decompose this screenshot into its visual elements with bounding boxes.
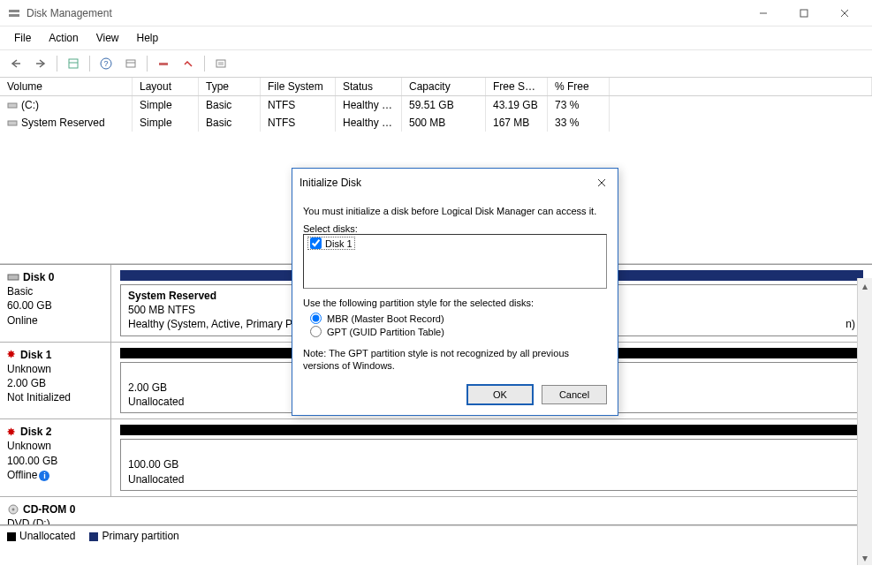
vertical-scrollbar[interactable]: ▴ ▾: [857, 278, 872, 565]
svg-text:?: ?: [103, 59, 108, 68]
titlebar: Disk Management: [0, 0, 872, 26]
svg-rect-1: [9, 14, 19, 17]
back-button[interactable]: [5, 54, 27, 73]
disk-panel[interactable]: ✸Disk 2 Unknown 100.00 GB Offlinei 100.0…: [0, 419, 872, 497]
warning-icon: ✸: [7, 426, 15, 439]
svg-rect-17: [8, 103, 17, 108]
select-disks-label: Select disks:: [303, 223, 607, 234]
mbr-radio-row[interactable]: MBR (Master Boot Record): [303, 312, 607, 325]
toolbar-icon-4[interactable]: [153, 54, 174, 73]
col-pct[interactable]: % Free: [548, 78, 610, 95]
volume-name: System Reserved: [21, 117, 105, 129]
scroll-up-icon[interactable]: ▴: [858, 278, 872, 293]
toolbar: ?: [0, 50, 872, 78]
forward-button[interactable]: [30, 54, 51, 73]
dialog-close-button[interactable]: [593, 174, 610, 192]
disk-checkbox-row[interactable]: Disk 1: [307, 237, 355, 250]
help-icon[interactable]: ?: [95, 54, 117, 73]
ok-button[interactable]: OK: [467, 385, 533, 404]
dialog-message: You must initialize a disk before Logica…: [303, 206, 607, 216]
col-volume[interactable]: Volume: [0, 78, 133, 95]
partition-style-label: Use the following partition style for th…: [303, 298, 607, 308]
warning-icon: ✸: [7, 348, 15, 361]
menu-action[interactable]: Action: [42, 28, 85, 48]
toolbar-icon-5[interactable]: [178, 54, 199, 73]
menu-help[interactable]: Help: [130, 28, 166, 48]
partition-bar-segment[interactable]: [120, 425, 863, 435]
volume-list-header: Volume Layout Type File System Status Ca…: [0, 78, 872, 96]
col-filesystem[interactable]: File System: [261, 78, 336, 95]
dialog-title: Initialize Disk: [300, 177, 593, 189]
svg-rect-19: [8, 275, 19, 280]
dialog-note: Note: The GPT partition style is not rec…: [303, 347, 607, 373]
legend-swatch-primary: [89, 532, 98, 541]
mbr-radio[interactable]: [310, 313, 322, 324]
volume-row[interactable]: System Reserved Simple Basic NTFS Health…: [0, 114, 872, 132]
disk-info: ✸Disk 1 Unknown 2.00 GB Not Initialized: [0, 343, 111, 419]
gpt-radio-row[interactable]: GPT (GUID Partition Table): [303, 325, 607, 338]
disk-info: ✸Disk 2 Unknown 100.00 GB Offlinei: [0, 419, 111, 496]
col-free[interactable]: Free Spa...: [486, 78, 548, 95]
legend: Unallocated Primary partition: [0, 525, 872, 546]
gpt-radio[interactable]: [310, 326, 322, 337]
legend-swatch-unallocated: [7, 532, 16, 541]
info-icon[interactable]: i: [39, 471, 49, 481]
minimize-button[interactable]: [743, 0, 784, 26]
menu-view[interactable]: View: [89, 28, 126, 48]
svg-rect-14: [159, 63, 168, 65]
disk-info: Disk 0 Basic 60.00 GB Online: [0, 265, 111, 342]
maximize-button[interactable]: [784, 0, 824, 26]
col-status[interactable]: Status: [336, 78, 402, 95]
toolbar-view-icon[interactable]: [63, 54, 84, 73]
svg-rect-12: [126, 60, 135, 67]
window-title: Disk Management: [27, 7, 112, 19]
disk-checkbox[interactable]: [310, 237, 322, 249]
volume-name: (C:): [21, 99, 39, 111]
cancel-button[interactable]: Cancel: [542, 385, 607, 404]
menubar: File Action View Help: [0, 26, 872, 50]
toolbar-icon-6[interactable]: [210, 54, 231, 73]
svg-rect-8: [69, 59, 78, 68]
toolbar-icon-3[interactable]: [120, 54, 141, 73]
app-icon: [7, 6, 21, 20]
menu-file[interactable]: File: [7, 28, 38, 48]
close-button[interactable]: [824, 0, 865, 26]
disk-info: CD-ROM 0 DVD (D:): [0, 497, 872, 525]
svg-rect-16: [218, 62, 224, 65]
initialize-disk-dialog: Initialize Disk You must initialize a di…: [292, 168, 618, 416]
svg-rect-3: [800, 10, 808, 17]
col-capacity[interactable]: Capacity: [402, 78, 486, 95]
partition-block[interactable]: 100.00 GB Unallocated: [120, 439, 863, 491]
disk-panel[interactable]: CD-ROM 0 DVD (D:): [0, 497, 872, 525]
scroll-down-icon[interactable]: ▾: [858, 550, 872, 565]
disk-select-list[interactable]: Disk 1: [303, 234, 607, 289]
col-layout[interactable]: Layout: [133, 78, 199, 95]
volume-row[interactable]: (C:) Simple Basic NTFS Healthy (B... 59.…: [0, 96, 872, 114]
svg-rect-18: [8, 121, 17, 125]
svg-point-21: [12, 508, 15, 510]
col-type[interactable]: Type: [199, 78, 261, 95]
svg-rect-0: [9, 10, 19, 12]
